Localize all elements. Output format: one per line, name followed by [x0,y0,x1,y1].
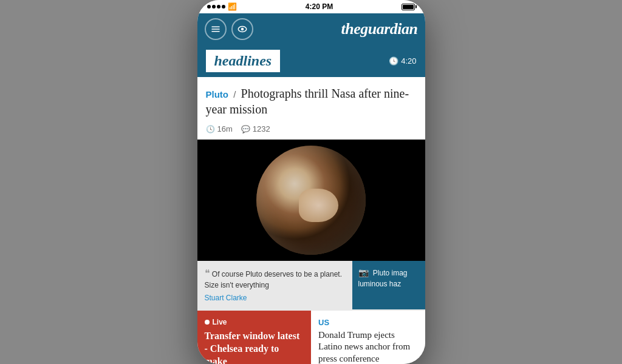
live-badge: Live [205,318,304,326]
news-card-live[interactable]: Live Transfer window latest - Chelsea re… [197,311,312,364]
hamburger-icon [210,24,221,35]
caption-left-text: Of course Pluto deserves to be a planet.… [205,270,342,289]
us-card-title: Donald Trump ejects Latino news anchor f… [318,329,418,364]
article-category: Pluto [206,89,229,99]
caption-right: 📷 Pluto imag luminous haz [352,261,425,309]
live-text: Live [213,318,227,326]
svg-rect-1 [211,29,220,30]
content-area: headlines 🕓 4:20 Pluto / Photographs thr… [197,45,425,364]
quote-marks: ❝ [205,268,210,278]
status-left: 📶 [207,2,237,11]
article-image [197,140,425,261]
category-separator: / [233,89,236,99]
pluto-planet-visual [256,146,366,255]
status-time: 4:20 PM [306,2,333,11]
time-ago: 🕓 16m [206,124,233,133]
battery-icon [402,4,415,10]
main-article-card[interactable]: Pluto / Photographs thrill Nasa after ni… [197,77,425,309]
phone-frame: 📶 4:20 PM theguardian [197,0,425,364]
signal-dots [207,5,225,8]
svg-rect-2 [211,31,220,32]
section-title: headlines [214,53,272,69]
wifi-icon: 📶 [228,2,237,11]
caption-author: Stuart Clarke [205,293,345,303]
live-dot [205,320,210,325]
us-label: US [318,318,329,327]
eye-icon [237,24,248,35]
news-card-us[interactable]: US Donald Trump ejects Latino news ancho… [311,311,425,364]
live-card-title: Transfer window latest - Chelsea ready t… [205,330,304,364]
comments-count: 💬 1232 [241,124,270,133]
bottom-news-row: Live Transfer window latest - Chelsea re… [197,311,425,364]
svg-point-4 [241,28,244,31]
view-button[interactable] [231,18,253,40]
section-title-bg: headlines [206,50,281,72]
caption-left: ❝ Of course Pluto deserves to be a plane… [197,261,352,309]
status-bar: 📶 4:20 PM [197,0,425,13]
camera-icon: 📷 [358,268,369,277]
status-right [402,4,415,10]
us-card-category: US [318,318,418,327]
section-time: 🕓 4:20 [389,56,416,66]
menu-button[interactable] [205,18,227,40]
app-header: theguardian [197,13,425,45]
article-meta: 🕓 16m 💬 1232 [197,124,425,140]
article-title: Photographs thrill Nasa after nine-year … [206,87,409,116]
article-header: Pluto / Photographs thrill Nasa after ni… [197,77,425,124]
time-display: 4:20 [401,56,416,66]
guardian-logo: theguardian [258,20,418,38]
pluto-heart-region [299,189,338,222]
svg-rect-0 [211,27,220,28]
captions-row: ❝ Of course Pluto deserves to be a plane… [197,261,425,309]
